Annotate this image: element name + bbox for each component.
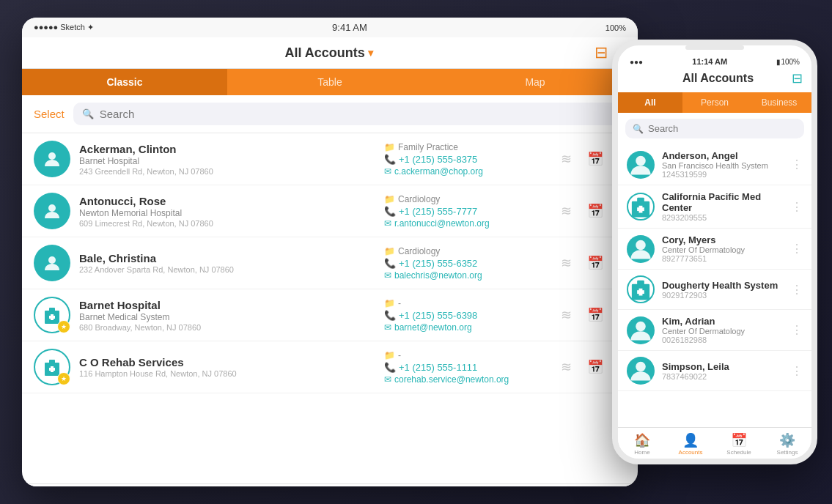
account-info: Barnet Hospital Barnet Medical System 68… [79, 299, 375, 332]
list-item[interactable]: Kim, Adrian Center Of Dermatology 002618… [618, 310, 811, 351]
more-options-button[interactable]: ⋮ [791, 200, 803, 214]
avatar [627, 193, 655, 220]
phone-icon: 📞 [384, 206, 396, 217]
account-name: Cory, Myers [662, 234, 784, 245]
iphone-filter-button[interactable]: ⊟ [792, 70, 803, 86]
list-item[interactable]: Dougherty Health System 9029172903 ⋮ [618, 270, 811, 310]
account-org: Barnet Medical System [79, 312, 375, 322]
iphone-nav-item-accounts[interactable]: 👤Accounts [666, 428, 715, 459]
ipad-header: All Accounts ▾ ⊟ + [22, 37, 638, 69]
svg-point-22 [636, 362, 646, 372]
account-specialty: 📁 - [384, 298, 545, 308]
nav-item-home[interactable]: 🏠Home [22, 484, 99, 486]
account-id: 7837469022 [662, 372, 784, 381]
nav-item-myinsights[interactable]: 📊MyInsights [407, 484, 484, 486]
select-button[interactable]: Select [34, 108, 65, 120]
account-email[interactable]: ✉ corehab.service@newton.org [384, 374, 545, 385]
account-address: 232 Andover Sparta Rd, Newton, NJ 07860 [79, 265, 375, 274]
account-phone[interactable]: 📞 +1 (215) 555-6398 [384, 310, 545, 321]
folder-icon: 📁 [384, 246, 395, 256]
tab-map[interactable]: Map [432, 69, 638, 95]
search-icon: 🔍 [82, 108, 94, 119]
iphone-title: All Accounts [682, 72, 754, 85]
account-info: California Pacific Med Center 8293209555 [662, 191, 784, 222]
list-item[interactable]: Cory, Myers Center Of Dermatology 892777… [618, 229, 811, 270]
nav-item-media[interactable]: 🖼️Media [253, 484, 330, 486]
iphone-nav-item-settings[interactable]: ⚙️Settings [763, 428, 811, 459]
account-details: 📁 - 📞 +1 (215) 555-6398 ✉ barnet@newton.… [384, 298, 545, 333]
nav-item-more[interactable]: ···More [561, 484, 638, 486]
account-id: 1245319599 [662, 170, 784, 179]
account-email[interactable]: ✉ c.ackerman@chop.org [384, 166, 545, 177]
list-item[interactable]: California Pacific Med Center 8293209555… [618, 185, 811, 229]
svg-rect-10 [49, 368, 55, 371]
nav-item-schedule[interactable]: 📅Schedule [176, 484, 253, 486]
nav-item-events[interactable]: ➕Events [484, 484, 561, 486]
segment-all[interactable]: All [618, 92, 682, 113]
account-email[interactable]: ✉ balechris@newton.org [384, 270, 545, 281]
send-action-button[interactable]: ≋ [554, 147, 578, 171]
account-phone[interactable]: 📞 +1 (215) 555-8375 [384, 154, 545, 165]
search-input[interactable] [100, 108, 617, 120]
table-row[interactable]: ★ C O Rehab Services 116 Hampton House R… [22, 341, 638, 393]
account-phone[interactable]: 📞 +1 (215) 555-7777 [384, 206, 545, 217]
nav-item-accounts[interactable]: 👤Accounts [99, 484, 176, 486]
filter-button[interactable]: ⊟ [594, 43, 608, 62]
svg-point-21 [636, 321, 646, 331]
list-item[interactable]: Anderson, Angel San Francisco Health Sys… [618, 144, 811, 185]
iphone-nav-item-schedule[interactable]: 📅Schedule [715, 428, 763, 459]
nav-item-account-plans[interactable]: 📋Account Plans [330, 484, 407, 486]
tab-classic[interactable]: Classic [22, 69, 227, 95]
tab-table[interactable]: Table [227, 69, 432, 95]
folder-icon: 📁 [384, 194, 395, 204]
ipad-header-title[interactable]: All Accounts ▾ [284, 45, 372, 61]
account-org: San Francisco Health System [662, 161, 784, 170]
avatar: ★ [34, 297, 70, 333]
list-item[interactable]: Simpson, Leila 7837469022 ⋮ [618, 351, 811, 391]
more-options-button[interactable]: ⋮ [791, 283, 803, 297]
send-action-button[interactable]: ≋ [554, 303, 578, 327]
calendar-action-button[interactable]: 📅 [583, 355, 607, 379]
calendar-action-button[interactable]: 📅 [583, 251, 607, 275]
account-id: 9029172903 [662, 291, 784, 300]
email-icon: ✉ [384, 374, 391, 385]
table-row[interactable]: Bale, Christina 232 Andover Sparta Rd, N… [22, 237, 638, 289]
avatar [34, 245, 70, 281]
svg-point-16 [636, 240, 646, 250]
nav-icon: 🏠 [634, 432, 650, 448]
segment-business[interactable]: Business [747, 92, 811, 113]
more-options-button[interactable]: ⋮ [791, 158, 803, 171]
account-org: Newton Memorial Hospital [79, 208, 375, 218]
svg-rect-6 [49, 316, 55, 319]
send-action-button[interactable]: ≋ [554, 251, 578, 275]
calendar-action-button[interactable]: 📅 [583, 303, 607, 327]
table-row[interactable]: ★ Barnet Hospital Barnet Medical System … [22, 289, 638, 341]
table-row[interactable]: Antonucci, Rose Newton Memorial Hospital… [22, 185, 638, 237]
svg-rect-13 [637, 198, 644, 203]
segment-person[interactable]: Person [682, 92, 747, 113]
account-phone[interactable]: 📞 +1 (215) 555-6352 [384, 258, 545, 269]
svg-rect-20 [637, 290, 644, 294]
ipad-time: 9:41 AM [332, 22, 367, 33]
account-phone[interactable]: 📞 +1 (215) 555-1111 [384, 362, 545, 373]
account-info: Kim, Adrian Center Of Dermatology 002618… [662, 316, 784, 344]
more-options-button[interactable]: ⋮ [791, 323, 803, 337]
account-name: Ackerman, Clinton [79, 143, 375, 155]
send-action-button[interactable]: ≋ [554, 199, 578, 223]
iphone-search-input[interactable] [648, 123, 797, 134]
more-options-button[interactable]: ⋮ [791, 242, 803, 256]
ipad-device: ●●●●● Sketch ✦ 9:41 AM 100% All Accounts… [22, 18, 638, 486]
account-details: 📁 Family Practice 📞 +1 (215) 555-8375 ✉ … [384, 142, 545, 177]
account-details: 📁 Cardiology 📞 +1 (215) 555-6352 ✉ balec… [384, 246, 545, 281]
send-action-button[interactable]: ≋ [554, 355, 578, 379]
more-options-button[interactable]: ⋮ [791, 364, 803, 378]
calendar-action-button[interactable]: 📅 [583, 147, 607, 171]
account-email[interactable]: ✉ r.antonucci@newton.org [384, 218, 545, 229]
account-org: Center Of Dermatology [662, 245, 784, 254]
iphone-nav-item-home[interactable]: 🏠Home [618, 428, 666, 459]
chevron-down-icon: ▾ [368, 47, 373, 59]
calendar-action-button[interactable]: 📅 [583, 199, 607, 223]
account-email[interactable]: ✉ barnet@newton.org [384, 322, 545, 333]
avatar [627, 235, 655, 263]
table-row[interactable]: Ackerman, Clinton Barnet Hospital 243 Gr… [22, 133, 638, 185]
